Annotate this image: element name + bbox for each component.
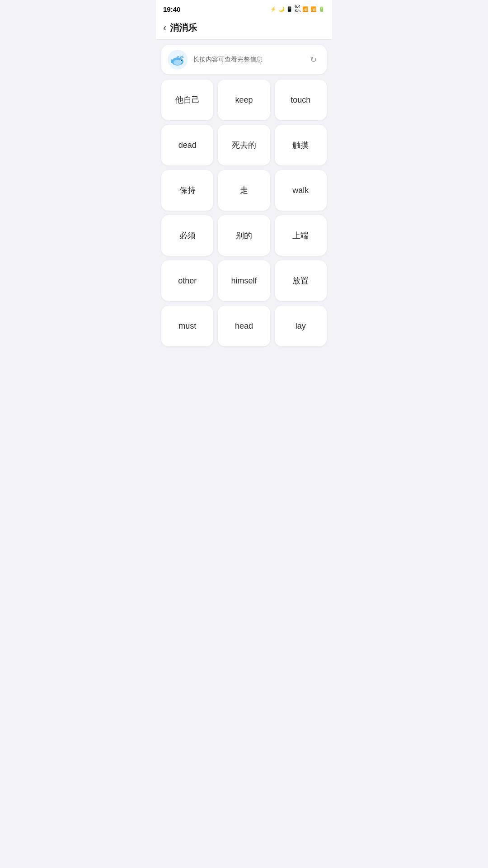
bottom-area (156, 352, 332, 478)
grid-item-16[interactable]: must (161, 306, 213, 346)
info-bar: 长按内容可查看完整信息 ↻ (161, 45, 327, 74)
grid-item-11[interactable]: 别的 (218, 215, 270, 256)
speed-label: 6.4K/s (295, 5, 300, 14)
word-grid: 他自己keeptouchdead死去的触摸保持走walk必须别的上端otherh… (156, 74, 332, 352)
grid-item-text-18: lay (296, 321, 306, 331)
status-icons: ⚡ 🌙 📳 6.4K/s 📶 📶 🔋 (270, 5, 325, 14)
grid-item-text-6: 触摸 (292, 140, 309, 151)
grid-item-text-10: 必须 (179, 230, 196, 241)
moon-icon: 🌙 (278, 6, 285, 12)
grid-item-text-1: 他自己 (175, 94, 200, 105)
hint-text: 长按内容可查看完整信息 (193, 56, 306, 64)
grid-item-12[interactable]: 上端 (275, 215, 327, 256)
grid-item-10[interactable]: 必须 (161, 215, 213, 256)
signal-icon: 📶 (310, 6, 317, 12)
grid-item-text-17: head (235, 321, 253, 331)
status-time: 19:40 (163, 5, 180, 13)
grid-item-15[interactable]: 放置 (275, 260, 327, 301)
whale-logo-icon (168, 50, 188, 70)
grid-item-text-15: 放置 (292, 275, 309, 286)
grid-item-text-3: touch (291, 95, 310, 105)
grid-item-text-11: 别的 (236, 230, 252, 241)
grid-item-text-12: 上端 (292, 230, 309, 241)
grid-item-text-13: other (178, 276, 197, 286)
page-title: 消消乐 (170, 22, 197, 34)
grid-item-13[interactable]: other (161, 260, 213, 301)
grid-item-text-5: 死去的 (232, 140, 256, 151)
svg-point-3 (181, 60, 182, 61)
grid-item-4[interactable]: dead (161, 125, 213, 165)
grid-item-text-7: 保持 (179, 185, 196, 196)
grid-item-17[interactable]: head (218, 306, 270, 346)
battery-icon: 🔋 (319, 6, 325, 12)
grid-item-1[interactable]: 他自己 (161, 80, 213, 120)
grid-item-5[interactable]: 死去的 (218, 125, 270, 165)
grid-item-2[interactable]: keep (218, 80, 270, 120)
grid-item-14[interactable]: himself (218, 260, 270, 301)
grid-item-6[interactable]: 触摸 (275, 125, 327, 165)
grid-item-18[interactable]: lay (275, 306, 327, 346)
grid-item-text-16: must (178, 321, 196, 331)
wifi-icon: 📶 (302, 6, 309, 12)
app-header: ‹ 消消乐 (156, 16, 332, 40)
refresh-button[interactable]: ↻ (306, 52, 320, 67)
grid-item-8[interactable]: 走 (218, 170, 270, 211)
grid-item-text-4: dead (178, 141, 197, 150)
bluetooth-icon: ⚡ (270, 6, 277, 12)
status-bar: 19:40 ⚡ 🌙 📳 6.4K/s 📶 📶 🔋 (156, 0, 332, 16)
grid-item-3[interactable]: touch (275, 80, 327, 120)
grid-item-9[interactable]: walk (275, 170, 327, 211)
grid-item-text-8: 走 (240, 185, 248, 196)
back-button[interactable]: ‹ (163, 22, 166, 34)
grid-item-text-14: himself (231, 276, 257, 286)
svg-point-4 (174, 60, 182, 65)
grid-item-text-2: keep (235, 95, 253, 105)
vibrate-icon: 📳 (286, 6, 293, 12)
grid-item-7[interactable]: 保持 (161, 170, 213, 211)
grid-item-text-9: walk (292, 186, 309, 195)
